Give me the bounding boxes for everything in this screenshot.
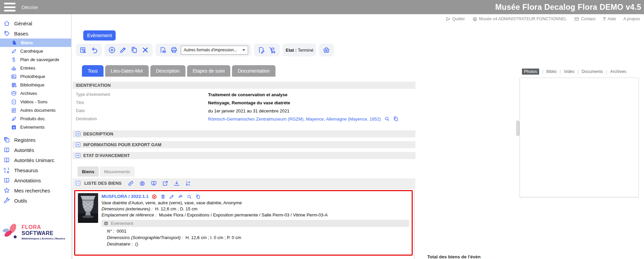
copy-icon[interactable] <box>195 193 201 200</box>
sidebar-item-annotations[interactable]: Annotations <box>0 175 71 185</box>
expand-icon[interactable]: + <box>76 132 80 136</box>
sidebar-item-biens[interactable]: ♞ Biens <box>0 38 71 47</box>
sidebar-item-general[interactable]: Général <box>0 18 71 28</box>
sidebar-item-autorites[interactable]: Autorités <box>0 145 71 155</box>
logo-tagline: Bibliothèques | Archives | Musées <box>22 237 71 240</box>
media-panel-card <box>520 78 639 197</box>
expand-icon[interactable]: + <box>76 153 80 158</box>
az-sort-icon: AB <box>3 167 10 174</box>
destination-link[interactable]: Römisch-Germanisches Zentralmuseum (RGZM… <box>208 116 381 122</box>
expand-icon[interactable]: + <box>76 143 80 147</box>
list-search-button[interactable] <box>79 46 88 54</box>
etat-label: Etat : <box>286 48 297 53</box>
tab-description[interactable]: Description <box>150 65 185 77</box>
tab-tous[interactable]: Tous <box>82 65 104 77</box>
home-icon <box>3 20 10 27</box>
search-icon[interactable] <box>186 193 193 200</box>
sidebar-item-label: Carothèque <box>20 49 43 54</box>
undo-button[interactable] <box>90 46 99 54</box>
section-description[interactable]: + DESCRIPTION <box>72 130 415 137</box>
media-tab-video[interactable]: Vidéo <box>564 69 575 74</box>
subtab-biens[interactable]: Biens <box>78 166 99 177</box>
media-tab-photos[interactable]: Photos <box>522 69 539 75</box>
aide-link[interactable]: ? Aide <box>603 16 616 22</box>
toolbar-group-basket <box>319 44 334 56</box>
sidebar-item-mes-recherches[interactable]: Mes recherches <box>0 185 71 196</box>
panel-collapse-handle[interactable] <box>516 121 520 136</box>
sort-az-icon[interactable]: AZ <box>184 180 192 187</box>
edit-pencil-icon[interactable] <box>169 193 175 200</box>
add-button[interactable] <box>108 46 116 54</box>
knight-icon: ♞ <box>11 40 18 46</box>
user-account[interactable]: Musée v4 ADMINISTRATEUR FONCTIONNEL <box>472 17 567 22</box>
calendar-icon <box>104 221 109 226</box>
printer-button[interactable] <box>170 46 178 54</box>
sidebar-item-thesaurus[interactable]: AB Thesaurus <box>0 165 71 175</box>
sidebar-item-entrees[interactable]: Entrées <box>0 64 71 72</box>
collapse-icon[interactable]: − <box>76 181 80 185</box>
media-tab-biblio[interactable]: Biblio <box>546 69 557 74</box>
star-icon <box>3 187 10 194</box>
export-screen-icon[interactable] <box>150 180 157 187</box>
tab-lieu-dates-mvt[interactable]: Lieu-Dates-Mvt <box>105 65 149 77</box>
print-document-button[interactable] <box>158 46 167 54</box>
list-subtabs: Biens Mouvements <box>78 166 135 177</box>
bien-thumbnail[interactable] <box>78 193 98 223</box>
sidebar-item-bases[interactable]: Bases <box>0 28 71 38</box>
sidebar-item-plan-de-sauvegarde[interactable]: Plan de sauvegarde <box>0 55 71 64</box>
section-title: ETAT D'AVANCEMENT <box>83 153 130 158</box>
tab-documentation[interactable]: Documentation <box>232 65 275 77</box>
contact-link[interactable]: Contact <box>574 17 595 22</box>
edit-button[interactable] <box>119 46 127 54</box>
search-icon[interactable] <box>384 116 390 122</box>
sidebar-item-archives[interactable]: Archives <box>0 89 71 98</box>
external-link-icon[interactable] <box>162 180 169 187</box>
duplicate-button[interactable] <box>130 46 139 54</box>
bien-id-link[interactable]: MUSFLORA / 2022.1.1 <box>101 193 149 200</box>
media-panel-tabs: Photos | Biblio | Vidéo | Documents | Ar… <box>522 69 626 75</box>
record-type-tab-evenement[interactable]: Evènement <box>83 30 116 41</box>
media-tab-documents[interactable]: Documents <box>582 69 603 74</box>
liste-des-biens-bar: − LISTE DES BIENS AZ <box>72 178 415 188</box>
copy-icon[interactable] <box>393 116 399 122</box>
record-tabs: Tous Lieu-Dates-Mvt Description Etapes d… <box>82 65 275 77</box>
trash-icon[interactable] <box>160 193 166 200</box>
media-tab-archives[interactable]: Archives <box>610 69 626 74</box>
sidebar-item-phototheque[interactable]: Photothèque <box>0 72 71 81</box>
basket-button[interactable] <box>322 46 331 54</box>
section-export-gam[interactable]: + INFORMATIONS POUR EXPORT GAM <box>72 141 415 148</box>
download-icon[interactable] <box>173 180 180 187</box>
hamburger-menu-icon[interactable] <box>4 3 16 11</box>
link-icon[interactable] <box>127 180 135 187</box>
share-arrow-icon[interactable] <box>178 193 184 200</box>
user-bar: Quitter Musée v4 ADMINISTRATEUR FONCTION… <box>445 16 640 22</box>
sidebar-item-videos-sons[interactable]: Vidéos - Sons <box>0 98 71 106</box>
sidebar-item-produits-doc[interactable]: Produits doc. <box>0 114 71 123</box>
basket-icon[interactable] <box>139 180 146 187</box>
sidebar-item-outils[interactable]: Outils <box>0 196 71 206</box>
document-attach-button[interactable] <box>257 46 266 54</box>
apropos-link[interactable]: A propos <box>623 17 640 21</box>
sidebar-item-evenements[interactable]: Evènements <box>0 123 71 131</box>
sidebar-item-autres-documents[interactable]: Autres documents <box>0 106 71 114</box>
sidebar-item-carotheque[interactable]: Carothèque <box>0 47 71 55</box>
print-format-select[interactable]: Autres formats d'impression... <box>181 46 248 55</box>
exit-icon <box>445 17 450 22</box>
envelope-icon <box>574 17 579 22</box>
tab-etapes-de-suivi[interactable]: Etapes de suivi <box>187 65 231 77</box>
toolbar: Autres formats d'impression... Etat : Te… <box>76 44 334 56</box>
quitter-link[interactable]: Quitter <box>445 17 465 22</box>
trolley-button[interactable] <box>268 46 277 54</box>
sidebar-item-bibliotheque[interactable]: Bibliothèque <box>0 81 71 89</box>
section-etat-avancement[interactable]: + ETAT D'AVANCEMENT <box>72 152 415 159</box>
video-file-icon <box>11 99 17 105</box>
subtab-mouvements[interactable]: Mouvements <box>100 166 135 177</box>
sidebar-item-registres[interactable]: Registres <box>0 135 71 145</box>
sidebar-item-autorites-unimarc[interactable]: Autorités Unimarc <box>0 155 71 165</box>
bien-record-card: MUSFLORA / 2022.1.1 Vase diatrète d'Autu… <box>74 190 413 256</box>
remove-circle-icon[interactable] <box>151 193 157 200</box>
logo-brand: FLORA <box>22 224 41 230</box>
wrench-icon <box>3 197 10 204</box>
bien-dimensions: Dimensions (exterieures) : H. 12,6 cm ; … <box>101 206 409 212</box>
delete-button[interactable] <box>141 46 150 54</box>
